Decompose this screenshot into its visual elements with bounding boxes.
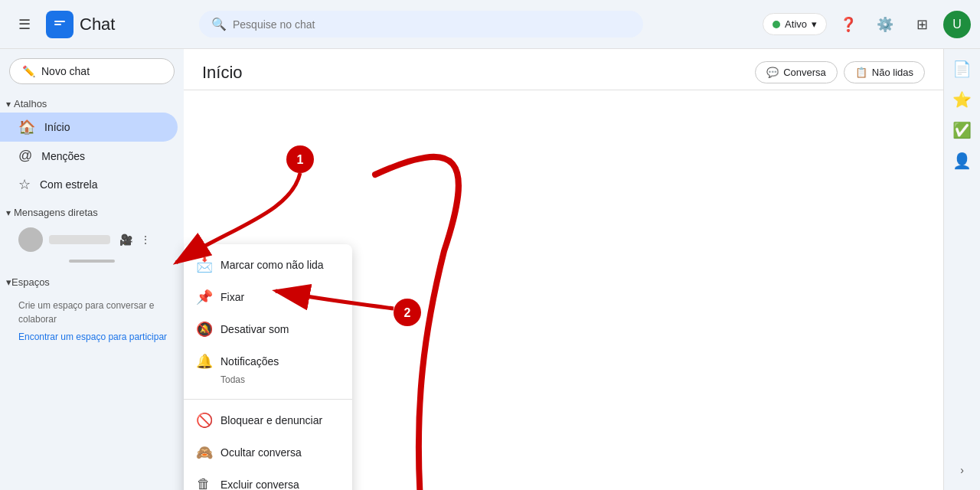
context-menu: 📩 Marcar como não lida 📌 Fixar 🔕 Desativ… — [184, 244, 352, 490]
pin-icon: 📌 — [196, 289, 211, 305]
atalhos-chevron-icon: ▾ — [6, 99, 11, 109]
main-container: ✏️ Início Novo chat ▾ Atalhos 🏠 Início @… — [0, 49, 980, 490]
block-icon: 🚫 — [196, 412, 211, 429]
spaces-find-link[interactable]: Encontrar um espaço para participar — [0, 330, 179, 348]
right-docs-button[interactable]: 📄 — [949, 55, 976, 83]
topbar: ☰ Chat 🔍 Ativo ▾ ❓ ⚙️ ⊞ — [0, 0, 980, 49]
search-box[interactable]: 🔍 — [199, 11, 643, 38]
new-chat-text: Novo chat — [41, 65, 90, 77]
sidebar-item-mencoes[interactable]: @ Menções — [0, 142, 178, 170]
tasks-icon: ✅ — [952, 121, 972, 139]
notifications-icon: 🔔 — [196, 353, 211, 370]
app-title: Chat — [80, 15, 115, 34]
settings-button[interactable]: ⚙️ — [870, 9, 900, 40]
menu-item-excluir-label: Excluir conversa — [220, 479, 299, 491]
sidebar-item-com-estrela[interactable]: ☆ Com estrela — [0, 170, 178, 199]
new-chat-icon: ✏️ — [22, 65, 35, 77]
dm-section: ▾ Mensagens diretas 🎥 ⋮ — [0, 202, 184, 266]
menu-item-ocultar[interactable]: 🙈 Ocultar conversa — [184, 436, 352, 469]
hamburger-button[interactable]: ☰ — [9, 9, 40, 40]
content-header: Início 💬 Conversa 📋 Não lidas — [184, 49, 943, 90]
menu-item-desativar-som[interactable]: 🔕 Desativar som — [184, 313, 352, 345]
star-icon: ☆ — [18, 176, 31, 193]
dm-section-label: Mensagens diretas — [14, 207, 98, 218]
mark-unread-icon: 📩 — [196, 256, 211, 273]
svg-rect-0 — [52, 17, 67, 29]
content-header-actions: 💬 Conversa 📋 Não lidas — [755, 61, 925, 83]
spaces-section-label: Espaços — [11, 276, 50, 288]
dm-item-avatar — [18, 227, 43, 252]
search-icon: 🔍 — [211, 17, 227, 31]
dm-section-header[interactable]: ▾ Mensagens diretas — [0, 202, 184, 223]
menu-item-desativar-label: Desativar som — [220, 323, 289, 335]
sidebar: ✏️ Início Novo chat ▾ Atalhos 🏠 Início @… — [0, 49, 184, 490]
conversa-icon: 💬 — [766, 67, 779, 78]
spaces-chevron-icon: ▾ — [6, 276, 11, 288]
app-logo — [46, 11, 74, 38]
dm-item[interactable]: 🎥 ⋮ — [0, 223, 178, 256]
menu-item-notificacoes-subtitle: Todas — [220, 374, 245, 391]
apps-button[interactable]: ⊞ — [906, 9, 937, 40]
help-icon: ❓ — [840, 16, 857, 33]
mute-icon: 🔕 — [196, 321, 211, 338]
menu-item-fixar[interactable]: 📌 Fixar — [184, 281, 352, 313]
status-label: Ativo — [785, 18, 807, 30]
nao-lidas-label: Não lidas — [872, 67, 913, 78]
scroll-indicator — [69, 260, 115, 263]
sidebar-item-com-estrela-label: Com estrela — [40, 178, 97, 191]
dm-item-name — [49, 235, 110, 244]
right-sidebar: 📄 ⭐ ✅ 👤 › — [943, 49, 980, 490]
user-avatar-button[interactable]: U — [943, 11, 971, 38]
menu-item-bloquear-label: Bloquear e denunciar — [220, 414, 322, 426]
nao-lidas-icon: 📋 — [855, 67, 867, 78]
dm-chevron-icon: ▾ — [6, 207, 11, 218]
topbar-right: Ativo ▾ ❓ ⚙️ ⊞ U — [763, 9, 971, 40]
menu-item-notificacoes-label: Notificações — [220, 355, 279, 368]
search-input[interactable] — [233, 18, 631, 31]
sidebar-item-inicio-label: Início — [44, 121, 70, 133]
atalhos-section-header[interactable]: ▾ Atalhos — [0, 93, 184, 113]
atalhos-label: Atalhos — [14, 98, 47, 109]
menu-item-ocultar-label: Ocultar conversa — [220, 446, 302, 459]
topbar-search: 🔍 — [199, 11, 756, 38]
status-button[interactable]: Ativo ▾ — [763, 13, 827, 35]
help-button[interactable]: ❓ — [833, 9, 864, 40]
spaces-section-header[interactable]: ▾ Espaços — [0, 272, 184, 292]
right-expand-button[interactable]: › — [949, 456, 976, 484]
menu-item-fixar-label: Fixar — [220, 291, 244, 303]
right-contacts-button[interactable]: 👤 — [949, 147, 976, 175]
menu-divider — [184, 399, 352, 400]
menu-item-notificacoes[interactable]: 🔔 Notificações Todas — [184, 345, 352, 394]
at-icon: @ — [18, 148, 32, 164]
topbar-left: ☰ Chat — [9, 9, 193, 40]
spaces-section: ▾ Espaços Crie um espaço para conversar … — [0, 272, 184, 343]
docs-icon: 📄 — [952, 60, 972, 78]
menu-item-marcar-nao-lida[interactable]: 📩 Marcar como não lida — [184, 249, 352, 281]
expand-icon: › — [960, 464, 964, 476]
dm-video-button[interactable]: 🎥 — [116, 230, 135, 249]
svg-rect-2 — [54, 24, 61, 25]
menu-item-bloquear[interactable]: 🚫 Bloquear e denunciar — [184, 404, 352, 436]
chevron-down-icon: ▾ — [812, 18, 817, 30]
sidebar-item-mencoes-label: Menções — [41, 150, 85, 162]
new-chat-button[interactable]: ✏️ Início Novo chat — [9, 58, 175, 84]
sidebar-item-inicio[interactable]: 🏠 Início — [0, 113, 178, 142]
status-dot — [773, 21, 780, 28]
svg-rect-1 — [54, 21, 65, 22]
home-icon: 🏠 — [18, 119, 35, 136]
conversa-label: Conversa — [783, 67, 826, 78]
menu-item-excluir[interactable]: 🗑 Excluir conversa — [184, 469, 352, 490]
dm-more-button[interactable]: ⋮ — [136, 230, 155, 249]
delete-icon: 🗑 — [196, 476, 211, 490]
page-title: Início — [202, 63, 243, 83]
right-tasks-button[interactable]: ✅ — [949, 116, 976, 144]
nao-lidas-button[interactable]: 📋 Não lidas — [844, 61, 925, 83]
right-star-button[interactable]: ⭐ — [949, 86, 976, 113]
hide-icon: 🙈 — [196, 444, 211, 461]
menu-item-marcar-label: Marcar como não lida — [220, 259, 324, 271]
spaces-empty-text: Crie um espaço para conversar e colabora… — [0, 292, 184, 329]
conversa-button[interactable]: 💬 Conversa — [755, 61, 838, 83]
gear-icon: ⚙️ — [877, 16, 893, 33]
grid-icon: ⊞ — [916, 16, 928, 33]
contacts-icon: 👤 — [952, 152, 972, 170]
